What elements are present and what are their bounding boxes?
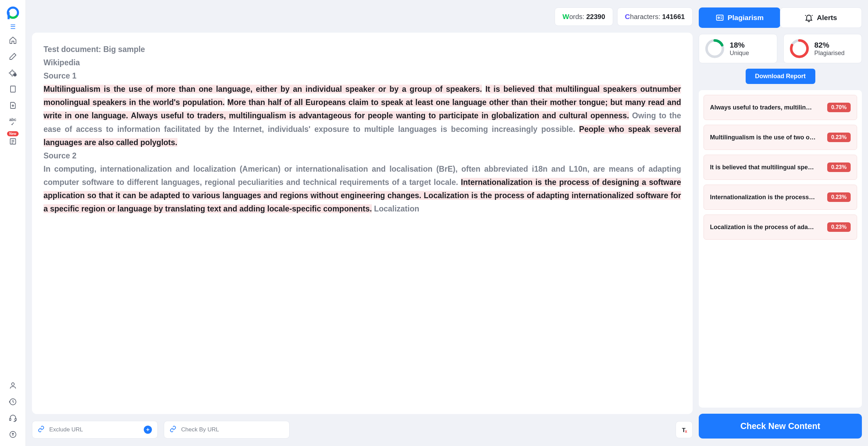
- exclude-url-placeholder: Exclude URL: [49, 426, 139, 433]
- history-icon[interactable]: [9, 398, 17, 406]
- words-stat: Words: 22390: [555, 7, 613, 26]
- puzzle-icon[interactable]: +: [9, 69, 17, 77]
- match-item[interactable]: Localization is the process of ada… 0.23…: [704, 215, 857, 240]
- app-logo: [6, 6, 20, 20]
- unique-stat-card: 18% Unique: [699, 34, 777, 63]
- paragraph-2: In computing, internationalization and l…: [44, 162, 681, 216]
- sidebar-nav: + abc ✓ New: [9, 36, 17, 381]
- download-report-button[interactable]: Download Report: [746, 69, 815, 84]
- top-stats-bar: Words: 22390 Characters: 141661: [32, 7, 693, 26]
- paragraph-1: Multilingualism is the use of more than …: [44, 83, 681, 149]
- chars-value: 141661: [662, 13, 685, 20]
- match-text: Localization is the process of ada…: [710, 224, 823, 231]
- match-percent: 0.23%: [827, 162, 851, 172]
- plagiarised-stat-card: 82% Plagiarised: [783, 34, 862, 63]
- sidebar: ☰ + abc ✓ New: [0, 0, 26, 446]
- highlight-span: Multilingualism is the use of more than …: [44, 85, 482, 93]
- doc-subtitle: Wikipedia: [44, 56, 681, 69]
- svg-rect-13: [15, 418, 16, 421]
- content-column: Words: 22390 Characters: 141661 Test doc…: [32, 7, 693, 439]
- news-icon[interactable]: New: [9, 137, 17, 145]
- plagiarised-label: Plagiarised: [814, 50, 845, 57]
- unique-percent: 18%: [730, 41, 749, 50]
- plagiarised-info: 82% Plagiarised: [814, 41, 845, 57]
- clear-format-button[interactable]: Tx: [676, 421, 693, 438]
- result-tabs: Plagiarism Alerts: [699, 7, 862, 28]
- bottom-bar: Exclude URL + Check By URL Tx: [32, 421, 693, 439]
- tab-alerts[interactable]: Alerts: [780, 7, 862, 28]
- svg-point-10: [12, 383, 14, 385]
- match-item[interactable]: Always useful to traders, multilin… 0.70…: [704, 95, 857, 120]
- svg-rect-12: [10, 418, 11, 421]
- tab-alerts-label: Alerts: [817, 14, 837, 22]
- unique-info: 18% Unique: [730, 41, 749, 57]
- svg-point-18: [718, 17, 719, 18]
- source1-label: Source 1: [44, 69, 681, 83]
- match-percent: 0.70%: [827, 103, 851, 112]
- new-badge: New: [7, 131, 19, 136]
- tab-plagiarism-label: Plagiarism: [728, 14, 764, 22]
- words-value: 22390: [586, 13, 605, 20]
- chars-stat: Characters: 141661: [617, 7, 693, 26]
- words-label: ords:: [569, 13, 586, 20]
- plagiarised-percent: 82%: [814, 41, 845, 50]
- document-icon[interactable]: [9, 85, 17, 93]
- check-icon: ✓: [11, 122, 15, 126]
- doc-title: Test document: Big sample: [44, 43, 681, 56]
- check-new-content-button[interactable]: Check New Content: [699, 414, 862, 439]
- svg-rect-5: [11, 86, 15, 92]
- svg-rect-2: [7, 12, 10, 19]
- menu-toggle-icon[interactable]: ☰: [10, 23, 16, 31]
- unique-label: Unique: [730, 50, 749, 57]
- chars-label: haracters:: [630, 13, 662, 20]
- match-text: It is believed that multilingual spe…: [710, 164, 823, 171]
- add-exclude-url-button[interactable]: +: [144, 426, 152, 434]
- link-icon: [170, 426, 176, 434]
- exclude-url-input[interactable]: Exclude URL +: [32, 421, 158, 439]
- support-icon[interactable]: [9, 414, 17, 422]
- words-letter: W: [562, 13, 569, 20]
- document-editor[interactable]: Test document: Big sample Wikipedia Sour…: [32, 33, 693, 414]
- match-item[interactable]: Internationalization is the process… 0.2…: [704, 185, 857, 210]
- matches-list: Always useful to traders, multilin… 0.70…: [699, 90, 862, 408]
- svg-text:+: +: [14, 74, 16, 76]
- match-percent: 0.23%: [827, 222, 851, 232]
- svg-text:x: x: [685, 429, 687, 434]
- main: Words: 22390 Characters: 141661 Test doc…: [26, 0, 868, 446]
- match-item[interactable]: Multilingualism is the use of two o… 0.2…: [704, 125, 857, 150]
- plagiarised-ring: [789, 38, 810, 59]
- source2-label: Source 2: [44, 149, 681, 162]
- user-icon[interactable]: [9, 381, 17, 390]
- match-item[interactable]: It is believed that multilingual spe… 0.…: [704, 155, 857, 180]
- file-download-icon[interactable]: [9, 101, 17, 109]
- check-by-url-input[interactable]: Check By URL: [164, 421, 290, 439]
- edit-icon[interactable]: [9, 52, 17, 61]
- link-icon: [38, 426, 45, 434]
- abc-text: abc: [9, 118, 16, 122]
- match-percent: 0.23%: [827, 192, 851, 202]
- unique-ring: [705, 38, 725, 59]
- plain-span: Localization: [372, 204, 419, 213]
- tab-plagiarism[interactable]: Plagiarism: [699, 7, 780, 28]
- grammar-icon[interactable]: abc ✓: [9, 118, 17, 126]
- result-stats-row: 18% Unique 82% Plagiarised: [699, 34, 862, 63]
- sidebar-bottom: [9, 381, 17, 446]
- match-percent: 0.23%: [827, 133, 851, 142]
- match-text: Internationalization is the process…: [710, 194, 823, 201]
- chars-letter: C: [625, 13, 630, 20]
- results-panel: Plagiarism Alerts 18% Unique: [699, 7, 862, 439]
- match-text: Always useful to traders, multilin…: [710, 104, 823, 111]
- match-text: Multilingualism is the use of two o…: [710, 134, 823, 141]
- check-by-url-placeholder: Check By URL: [181, 426, 284, 433]
- upload-icon[interactable]: [9, 430, 17, 439]
- home-icon[interactable]: [9, 36, 17, 44]
